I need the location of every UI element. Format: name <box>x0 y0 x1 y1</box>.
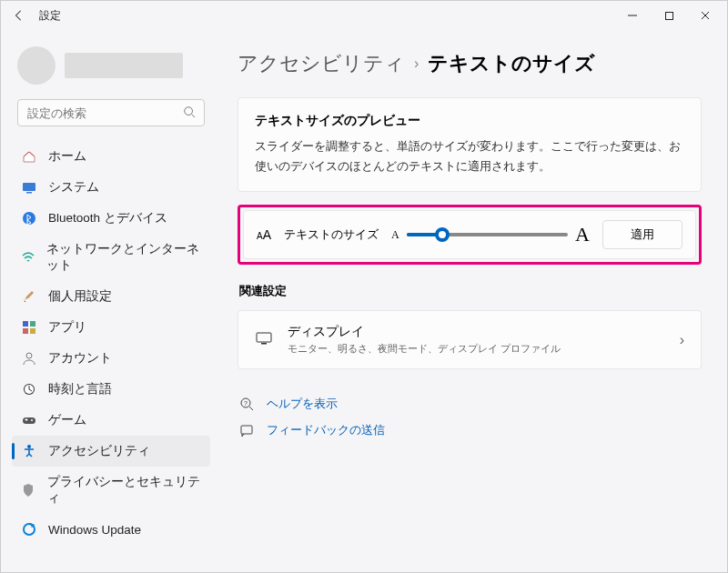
wifi-icon <box>21 249 35 266</box>
home-icon <box>21 148 37 165</box>
sidebar-item-home[interactable]: ホーム <box>12 141 210 172</box>
sidebar-item-label: ゲーム <box>48 412 86 428</box>
sidebar-item-personalization[interactable]: 個人用設定 <box>12 281 210 312</box>
accessibility-icon <box>21 443 37 459</box>
svg-rect-17 <box>26 418 27 421</box>
sidebar-item-label: ホーム <box>48 148 86 165</box>
update-icon <box>21 521 37 538</box>
apps-icon <box>21 319 37 336</box>
svg-point-2 <box>185 107 193 116</box>
user-profile[interactable] <box>5 37 217 99</box>
apply-button[interactable]: 適用 <box>602 220 682 249</box>
display-title: ディスプレイ <box>288 324 665 340</box>
sidebar-item-gaming[interactable]: ゲーム <box>12 405 210 436</box>
sidebar-item-label: Windows Update <box>48 523 141 537</box>
sidebar-item-system[interactable]: システム <box>12 172 210 203</box>
sidebar-item-label: アプリ <box>48 319 86 336</box>
svg-point-11 <box>26 353 32 358</box>
person-icon <box>21 350 37 367</box>
sidebar-item-label: システム <box>48 179 99 196</box>
preview-description: スライダーを調整すると、単語のサイズが変わります。ここで行った変更は、お使いのデ… <box>255 136 684 176</box>
svg-rect-5 <box>26 192 32 194</box>
sidebar-item-apps[interactable]: アプリ <box>12 312 210 343</box>
text-size-row: AA テキストのサイズ A A 適用 <box>243 210 696 259</box>
brush-icon <box>21 288 37 305</box>
display-settings-row[interactable]: ディスプレイ モニター、明るさ、夜間モード、ディスプレイ プロファイル › <box>238 310 702 369</box>
display-icon <box>255 329 273 351</box>
sidebar-item-label: Bluetooth とデバイス <box>48 210 167 226</box>
sidebar-item-time-language[interactable]: 時刻と言語 <box>12 374 210 405</box>
sidebar-item-privacy[interactable]: プライバシーとセキュリティ <box>12 467 210 514</box>
minimize-button[interactable] <box>614 1 651 30</box>
related-heading: 関連設定 <box>239 283 702 299</box>
svg-rect-14 <box>23 417 35 424</box>
breadcrumb-current: テキストのサイズ <box>428 50 595 77</box>
clock-globe-icon <box>21 381 37 397</box>
sidebar-item-windows-update[interactable]: Windows Update <box>12 514 210 545</box>
svg-point-18 <box>27 445 31 448</box>
sidebar-item-label: 個人用設定 <box>48 288 112 305</box>
search-input[interactable] <box>17 99 205 126</box>
text-size-slider[interactable] <box>407 233 568 236</box>
highlight-box: AA テキストのサイズ A A 適用 <box>238 205 702 265</box>
display-subtitle: モニター、明るさ、夜間モード、ディスプレイ プロファイル <box>288 342 665 356</box>
sidebar-item-network[interactable]: ネットワークとインターネット <box>12 234 210 281</box>
help-icon: ? <box>239 397 256 412</box>
bluetooth-icon <box>21 210 37 226</box>
back-button[interactable] <box>5 1 34 30</box>
svg-text:?: ? <box>244 400 248 407</box>
gamepad-icon <box>21 412 37 428</box>
breadcrumb: アクセシビリティ › テキストのサイズ <box>238 50 702 77</box>
sidebar-item-label: ネットワークとインターネット <box>46 241 201 274</box>
svg-rect-9 <box>23 328 28 334</box>
system-icon <box>21 179 37 196</box>
help-label: ヘルプを表示 <box>267 397 338 412</box>
svg-rect-8 <box>30 321 35 327</box>
feedback-link[interactable]: フィードバックの送信 <box>239 417 702 444</box>
sidebar-item-bluetooth[interactable]: Bluetooth とデバイス <box>12 203 210 234</box>
get-help-link[interactable]: ? ヘルプを表示 <box>239 391 702 417</box>
maximize-button[interactable] <box>651 1 687 30</box>
user-name-placeholder <box>65 53 183 78</box>
window-title: 設定 <box>39 8 61 24</box>
chevron-right-icon: › <box>414 55 419 72</box>
svg-rect-4 <box>23 183 35 191</box>
search-icon <box>183 106 196 122</box>
sidebar: ホーム システム Bluetooth とデバイス ネットワークとインターネット … <box>1 30 217 572</box>
svg-point-15 <box>31 419 33 421</box>
svg-rect-7 <box>23 321 28 327</box>
preview-title: テキストサイズのプレビュー <box>255 113 684 129</box>
svg-rect-24 <box>241 426 252 434</box>
text-size-icon: AA <box>257 227 271 242</box>
titlebar: 設定 <box>1 1 727 30</box>
large-a-icon: A <box>575 223 590 246</box>
sidebar-item-accounts[interactable]: アカウント <box>12 343 210 374</box>
sidebar-item-accessibility[interactable]: アクセシビリティ <box>12 436 210 467</box>
svg-line-3 <box>192 115 196 118</box>
svg-rect-20 <box>257 333 271 342</box>
avatar <box>17 46 56 85</box>
feedback-icon <box>239 424 256 438</box>
sidebar-item-label: プライバシーとセキュリティ <box>47 474 201 507</box>
sidebar-item-label: 時刻と言語 <box>48 381 112 397</box>
preview-card: テキストサイズのプレビュー スライダーを調整すると、単語のサイズが変わります。こ… <box>238 97 702 192</box>
sidebar-item-label: アクセシビリティ <box>48 443 150 459</box>
sidebar-item-label: アカウント <box>48 350 112 367</box>
feedback-label: フィードバックの送信 <box>267 423 385 438</box>
shield-icon <box>21 482 36 498</box>
small-a-icon: A <box>391 228 399 242</box>
svg-rect-10 <box>30 328 35 334</box>
breadcrumb-parent[interactable]: アクセシビリティ <box>238 50 405 77</box>
text-size-label: テキストのサイズ <box>284 226 379 243</box>
slider-thumb[interactable] <box>435 227 450 242</box>
close-button[interactable] <box>687 1 723 30</box>
chevron-right-icon: › <box>680 332 684 348</box>
svg-rect-1 <box>665 12 672 19</box>
svg-rect-21 <box>261 343 267 345</box>
main-content: アクセシビリティ › テキストのサイズ テキストサイズのプレビュー スライダーを… <box>217 30 727 572</box>
